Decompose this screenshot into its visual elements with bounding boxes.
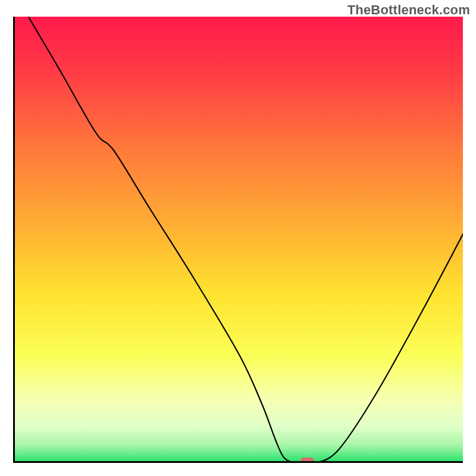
chart-frame: TheBottleneck.com	[0, 0, 476, 476]
plot-area	[13, 17, 463, 463]
minimum-marker	[300, 458, 314, 463]
gradient-background	[15, 17, 463, 463]
chart-svg	[15, 17, 463, 463]
watermark-text: TheBottleneck.com	[347, 2, 470, 18]
